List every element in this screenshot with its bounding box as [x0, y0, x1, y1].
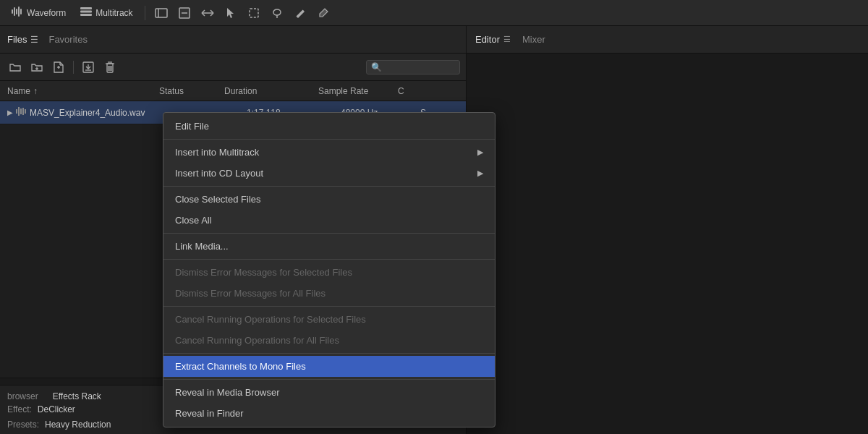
menu-item-label: Edit File: [175, 121, 209, 132]
search-box[interactable]: 🔍: [366, 60, 460, 75]
menu-item-label: Insert into Multitrack: [175, 147, 259, 158]
menu-item-label: Link Media...: [175, 241, 229, 252]
context-menu: Edit FileInsert into Multitrack▶Insert i…: [163, 112, 495, 427]
toolbar-separator-1: [145, 6, 145, 20]
menu-item-label: Dismiss Error Messages for Selected File…: [175, 267, 352, 278]
search-icon: 🔍: [371, 62, 382, 72]
menu-separator: [163, 353, 495, 354]
col-name-label: Name: [7, 86, 30, 96]
sort-indicator: ↑: [33, 86, 38, 96]
menu-item-label: Reveal in Finder: [175, 408, 244, 419]
menu-item-close-all[interactable]: Close All: [163, 210, 495, 231]
svg-rect-0: [12, 9, 13, 14]
menu-separator: [163, 186, 495, 187]
open-folder-btn[interactable]: [6, 59, 25, 76]
svg-rect-8: [156, 9, 167, 17]
svg-rect-4: [20, 9, 22, 14]
right-panel-header: Editor ☰ Mixer: [467, 26, 868, 54]
files-tab[interactable]: Files ☰: [7, 34, 38, 45]
menu-item-link-media[interactable]: Link Media...: [163, 236, 495, 257]
ft-separator-1: [73, 61, 74, 74]
menu-item-label: Extract Channels to Mono Files: [175, 361, 306, 372]
col-samplerate-header: Sample Rate: [318, 86, 398, 96]
effect-label: Effect:: [7, 404, 32, 414]
menu-item-dismiss-selected: Dismiss Error Messages for Selected File…: [163, 262, 495, 283]
new-file-btn[interactable]: [49, 59, 68, 76]
svg-rect-5: [80, 7, 92, 9]
svg-rect-1: [14, 7, 15, 16]
waveform-icon: [12, 7, 23, 19]
waveform-label: Waveform: [27, 8, 66, 18]
menu-item-label: Close Selected Files: [175, 194, 261, 205]
col-name-header: Name ↑: [7, 86, 159, 96]
svg-rect-40: [18, 107, 20, 116]
delete-btn[interactable]: [101, 59, 119, 76]
menu-separator: [163, 233, 495, 234]
menu-item-cancel-selected: Cancel Running Operations for Selected F…: [163, 309, 495, 330]
menu-separator: [163, 259, 495, 260]
favorites-tab[interactable]: Favorites: [48, 34, 87, 45]
svg-rect-7: [80, 14, 92, 16]
svg-marker-22: [297, 10, 305, 18]
browser-label: browser: [7, 391, 38, 401]
menu-item-label: Dismiss Error Messages for All Files: [175, 288, 326, 299]
files-toolbar: 🔍: [0, 54, 466, 81]
effect-value: DeClicker: [38, 404, 75, 417]
svg-point-19: [273, 9, 281, 15]
waveform-tab[interactable]: Waveform: [6, 4, 72, 22]
svg-marker-17: [227, 8, 234, 18]
column-headers: Name ↑ Status Duration Sample Rate C: [0, 81, 466, 101]
menu-item-cancel-all: Cancel Running Operations for All Files: [163, 330, 495, 351]
add-files-btn[interactable]: [27, 59, 46, 76]
col-duration-header: Duration: [224, 86, 318, 96]
submenu-arrow-icon: ▶: [477, 169, 483, 178]
import-btn[interactable]: [79, 59, 98, 76]
files-tab-header: Files ☰ Favorites: [0, 26, 466, 54]
menu-item-reveal-finder[interactable]: Reveal in Finder: [163, 403, 495, 424]
menu-item-close-selected[interactable]: Close Selected Files: [163, 189, 495, 210]
multitrack-tab[interactable]: Multitrack: [75, 4, 138, 22]
menu-item-label: Insert into CD Layout: [175, 168, 263, 179]
search-input[interactable]: [385, 62, 443, 72]
eraser-btn[interactable]: [313, 4, 333, 22]
menu-item-insert-cd[interactable]: Insert into CD Layout▶: [163, 163, 495, 184]
pencil-btn[interactable]: [290, 4, 310, 22]
menu-item-extract-channels[interactable]: Extract Channels to Mono Files: [163, 356, 495, 377]
menu-item-label: Reveal in Media Browser: [175, 387, 280, 398]
svg-marker-23: [320, 9, 328, 17]
effects-rack-label: Effects Rack: [53, 391, 101, 401]
menu-item-label: Cancel Running Operations for All Files: [175, 335, 339, 346]
top-toolbar: Waveform Multitrack: [0, 0, 868, 26]
svg-rect-2: [16, 9, 17, 14]
presets-label: Presets:: [7, 420, 39, 430]
editor-hamburger-icon: ☰: [503, 35, 511, 44]
files-tab-label: Files: [7, 34, 27, 45]
menu-separator: [163, 306, 495, 307]
col-status-header: Status: [159, 86, 224, 96]
svg-rect-43: [25, 109, 26, 114]
lasso-btn[interactable]: [267, 4, 287, 22]
menu-item-label: Close All: [175, 215, 212, 226]
svg-rect-41: [20, 109, 22, 114]
cut-region-btn[interactable]: [151, 4, 171, 22]
menu-item-edit-file[interactable]: Edit File: [163, 116, 495, 137]
marquee-btn[interactable]: [244, 4, 264, 22]
resize-btn[interactable]: [197, 4, 218, 22]
svg-rect-39: [16, 109, 17, 114]
cursor-btn[interactable]: [221, 4, 241, 22]
editor-tab-label: Editor: [475, 34, 500, 45]
editor-tab[interactable]: Editor ☰: [475, 34, 511, 45]
multitrack-label: Multitrack: [95, 8, 132, 18]
menu-item-insert-multitrack[interactable]: Insert into Multitrack▶: [163, 142, 495, 163]
svg-rect-18: [250, 9, 258, 17]
col-channels-header: C: [398, 86, 420, 96]
paint-btn[interactable]: [174, 4, 195, 22]
mixer-tab[interactable]: Mixer: [522, 34, 545, 45]
menu-separator: [163, 379, 495, 380]
right-panel: Editor ☰ Mixer: [467, 26, 868, 434]
hamburger-icon[interactable]: ☰: [30, 35, 38, 45]
multitrack-icon: [80, 7, 92, 19]
waveform-file-icon: [16, 107, 26, 118]
menu-item-reveal-browser[interactable]: Reveal in Media Browser: [163, 382, 495, 403]
expand-arrow-icon: ▶: [7, 109, 13, 116]
